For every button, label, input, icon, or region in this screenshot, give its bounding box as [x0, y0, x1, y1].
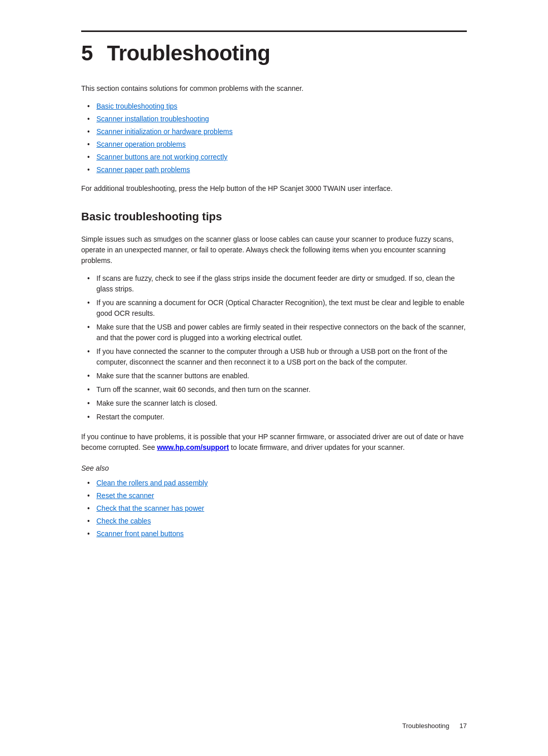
- list-item: If scans are fuzzy, check to see if the …: [96, 273, 467, 294]
- list-item: Make sure the scanner latch is closed.: [96, 398, 467, 409]
- list-item: Scanner initialization or hardware probl…: [96, 126, 467, 137]
- toc-link-paper[interactable]: Scanner paper path problems: [96, 166, 190, 174]
- see-also-list: Clean the rollers and pad assembly Reset…: [96, 478, 467, 539]
- list-item: Scanner buttons are not working correctl…: [96, 152, 467, 162]
- list-item: Turn off the scanner, wait 60 seconds, a…: [96, 384, 467, 395]
- firmware-text-after: to locate firmware, and driver updates f…: [229, 443, 404, 451]
- toc-link-basic[interactable]: Basic troubleshooting tips: [96, 102, 178, 110]
- page-footer: Troubleshooting 17: [402, 721, 467, 731]
- list-item: Basic troubleshooting tips: [96, 101, 467, 112]
- list-item: Make sure that the USB and power cables …: [96, 322, 467, 343]
- list-item: Restart the computer.: [96, 412, 467, 422]
- chapter-title: Troubleshooting: [107, 41, 270, 65]
- see-also-link-reset[interactable]: Reset the scanner: [96, 491, 154, 500]
- list-item: Clean the rollers and pad assembly: [96, 478, 467, 488]
- see-also-link-power[interactable]: Check that the scanner has power: [96, 504, 204, 512]
- list-item: If you are scanning a document for OCR (…: [96, 298, 467, 319]
- chapter-number: 5: [81, 41, 93, 65]
- toc-link-buttons[interactable]: Scanner buttons are not working correctl…: [96, 153, 227, 161]
- basic-bullet-list: If scans are fuzzy, check to see if the …: [96, 273, 467, 422]
- firmware-link-text: www.hp.com/support: [157, 443, 229, 451]
- page-container: 5Troubleshooting This section contains s…: [0, 0, 548, 756]
- firmware-text: If you continue to have problems, it is …: [81, 432, 467, 453]
- see-also-link-frontpanel[interactable]: Scanner front panel buttons: [96, 530, 184, 538]
- list-item: Reset the scanner: [96, 490, 467, 501]
- see-also-link-cables[interactable]: Check the cables: [96, 517, 151, 525]
- list-item: Check that the scanner has power: [96, 503, 467, 514]
- list-item: Scanner paper path problems: [96, 165, 467, 175]
- list-item: Scanner operation problems: [96, 139, 467, 150]
- intro-text: This section contains solutions for comm…: [81, 83, 467, 94]
- footer-page: 17: [460, 721, 467, 731]
- chapter-heading: 5Troubleshooting: [81, 37, 467, 69]
- section-intro: Simple issues such as smudges on the sca…: [81, 234, 467, 266]
- list-item: Make sure that the scanner buttons are e…: [96, 371, 467, 381]
- chapter-rule: [81, 30, 467, 32]
- see-also-label: See also: [81, 463, 467, 474]
- toc-link-install[interactable]: Scanner installation troubleshooting: [96, 115, 209, 123]
- list-item: Scanner front panel buttons: [96, 529, 467, 539]
- list-item: If you have connected the scanner to the…: [96, 346, 467, 368]
- firmware-link[interactable]: www.hp.com/support: [157, 443, 229, 451]
- toc-list: Basic troubleshooting tips Scanner insta…: [96, 101, 467, 175]
- toc-link-init[interactable]: Scanner initialization or hardware probl…: [96, 127, 232, 136]
- footer-label: Troubleshooting: [402, 721, 450, 731]
- list-item: Check the cables: [96, 516, 467, 527]
- additional-text: For additional troubleshooting, press th…: [81, 183, 467, 194]
- basic-section-heading: Basic troubleshooting tips: [81, 208, 467, 225]
- list-item: Scanner installation troubleshooting: [96, 114, 467, 124]
- see-also-link-clean[interactable]: Clean the rollers and pad assembly: [96, 479, 208, 487]
- toc-link-operation[interactable]: Scanner operation problems: [96, 140, 186, 148]
